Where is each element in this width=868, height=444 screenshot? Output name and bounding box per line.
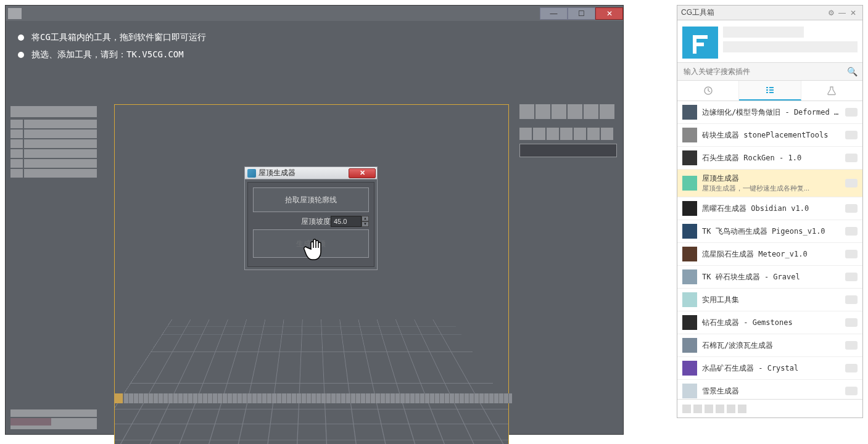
plugin-text: 屋顶生成器屋顶生成器，一键秒速生成各种复... [702,173,840,193]
plugin-item[interactable]: 石头生成器 RockGen - 1.0 [677,147,862,170]
plugin-name: TK 飞鸟动画生成器 Pigeons_v1.0 [702,226,840,237]
plugin-thumb [682,269,697,284]
plugin-text: 流星陨石生成器 Meteor_v1.0 [702,249,840,260]
left-row[interactable] [24,139,97,148]
panel-icon[interactable] [552,104,566,119]
plugin-item[interactable]: 石棉瓦/波浪瓦生成器 [677,334,862,357]
angle-spinner[interactable]: ▲ ▼ [362,216,369,227]
panel-icon[interactable] [584,104,598,119]
left-sq[interactable] [10,139,23,148]
spinner-up-icon[interactable]: ▲ [362,216,369,221]
panel-icon[interactable] [574,128,586,140]
plugin-name: 水晶矿石生成器 - Crystal [702,363,840,374]
comment-icon[interactable] [845,154,858,162]
close-button[interactable]: ✕ [595,7,623,20]
panel-icon[interactable] [547,128,559,140]
plugin-name: 钻石生成器 - Gemstones [702,318,840,328]
plugin-item[interactable]: 黑曜石生成器 Obsidian v1.0 [677,197,862,220]
search-icon[interactable]: 🔍 [847,67,858,76]
plugin-item[interactable]: 砖块生成器 stonePlacementTools [677,124,862,147]
left-sq[interactable] [10,120,23,128]
main-titlebar: — ☐ ✕ [6,6,623,21]
footer-button[interactable] [693,405,702,413]
comment-icon[interactable] [845,250,858,258]
plugin-item[interactable]: 边缘细化/模型导角做旧 - Deformed Edges v [677,101,862,124]
timeline-track[interactable] [123,393,512,403]
left-sq[interactable] [10,169,23,178]
left-sq[interactable] [10,149,23,158]
minimize-icon[interactable]: — [837,7,848,18]
dialog-close-button[interactable]: ✕ [349,168,376,178]
comment-icon[interactable] [845,227,858,236]
timeline-handle[interactable] [114,393,123,403]
close-icon[interactable]: ✕ [848,7,859,18]
plugin-item[interactable]: 钻石生成器 - Gemstones [677,311,862,334]
plugin-item[interactable]: TK 飞鸟动画生成器 Pigeons_v1.0 [677,220,862,243]
toolbox-logo-text [723,27,858,59]
left-sq[interactable] [10,159,23,168]
panel-icon[interactable] [533,128,545,140]
panel-icon[interactable] [519,104,534,119]
plugin-list[interactable]: 边缘细化/模型导角做旧 - Deformed Edges v砖块生成器 ston… [677,101,862,399]
plugin-text: 砖块生成器 stonePlacementTools [702,130,840,141]
footer-button[interactable] [738,405,746,413]
plugin-thumb [682,361,697,376]
panel-icon[interactable] [535,104,550,119]
svg-rect-4 [769,89,774,91]
settings-icon[interactable]: ⚙ [825,7,837,18]
footer-button[interactable] [716,405,724,413]
comment-icon[interactable] [845,387,858,395]
panel-icon[interactable] [587,128,600,140]
tab-list[interactable] [739,81,801,101]
object-type-dropdown[interactable] [519,144,617,157]
comment-icon[interactable] [845,108,858,117]
left-row[interactable] [24,149,97,158]
tab-recent[interactable] [677,81,739,101]
svg-rect-5 [766,92,768,93]
panel-icon[interactable] [560,128,572,140]
comment-icon[interactable] [845,273,858,281]
left-row[interactable] [24,169,97,178]
plugin-item[interactable]: TK 碎石块生成器 - Gravel [677,266,862,289]
comment-icon[interactable] [845,131,858,139]
comment-icon[interactable] [845,179,858,187]
left-panel-button[interactable] [10,106,97,117]
left-row[interactable] [24,159,97,168]
pick-outline-button[interactable]: 拾取屋顶轮廓线 [253,187,369,212]
plugin-item[interactable]: 流星陨石生成器 Meteor_v1.0 [677,243,862,266]
plugin-thumb [682,105,697,120]
comment-icon[interactable] [845,341,858,350]
left-sq[interactable] [10,130,23,138]
plugin-text: 黑曜石生成器 Obsidian v1.0 [702,204,840,214]
panel-icon[interactable] [601,128,613,140]
plugin-item[interactable]: 水晶矿石生成器 - Crystal [677,357,862,380]
dialog-titlebar[interactable]: 屋顶生成器 ✕ [245,167,377,179]
hand-cursor-icon [304,237,328,268]
comment-icon[interactable] [845,364,858,372]
footer-button[interactable] [727,405,735,413]
panel-icon[interactable] [600,104,614,119]
search-input[interactable] [677,63,862,80]
panel-icon[interactable] [568,104,582,119]
minimize-button[interactable]: — [540,7,568,20]
plugin-item[interactable]: 雪景生成器 [677,380,862,399]
spinner-down-icon[interactable]: ▼ [362,221,369,227]
angle-input[interactable] [331,216,362,227]
tab-lab[interactable] [801,81,862,101]
maximize-button[interactable]: ☐ [568,7,595,20]
logo-text-line [723,41,858,52]
left-row[interactable] [24,120,97,128]
plugin-item[interactable]: 实用工具集 [677,289,862,311]
panel-icon[interactable] [519,128,532,140]
svg-rect-3 [766,89,768,91]
footer-button[interactable] [682,405,691,413]
timeline[interactable] [114,393,512,403]
footer-button[interactable] [705,405,713,413]
plugin-name: TK 碎石块生成器 - Gravel [702,272,840,282]
comment-icon[interactable] [845,318,858,327]
left-row[interactable] [24,130,97,138]
comment-icon[interactable] [845,204,858,213]
plugin-item[interactable]: 屋顶生成器屋顶生成器，一键秒速生成各种复... [677,170,862,197]
dialog-app-icon [247,169,256,178]
comment-icon[interactable] [845,295,858,304]
